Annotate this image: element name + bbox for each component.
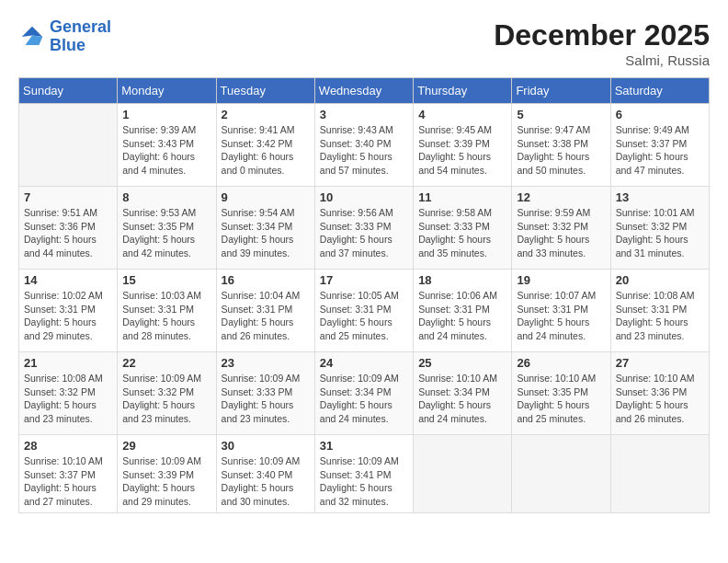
day-number: 30 bbox=[222, 439, 310, 453]
calendar-cell: 18Sunrise: 10:06 AM Sunset: 3:31 PM Dayl… bbox=[414, 270, 512, 352]
weekday-header-friday: Friday bbox=[512, 78, 610, 104]
calendar-cell: 20Sunrise: 10:08 AM Sunset: 3:31 PM Dayl… bbox=[610, 270, 709, 352]
day-number: 6 bbox=[616, 108, 704, 121]
location-label: Salmi, Russia bbox=[494, 52, 710, 68]
day-detail: Sunrise: 10:03 AM Sunset: 3:31 PM Daylig… bbox=[122, 289, 210, 343]
day-detail: Sunrise: 10:02 AM Sunset: 3:31 PM Daylig… bbox=[24, 289, 112, 343]
day-detail: Sunrise: 10:01 AM Sunset: 3:32 PM Daylig… bbox=[616, 206, 704, 260]
calendar-cell: 3Sunrise: 9:43 AM Sunset: 3:40 PM Daylig… bbox=[314, 104, 413, 187]
day-detail: Sunrise: 10:09 AM Sunset: 3:34 PM Daylig… bbox=[320, 372, 408, 426]
day-number: 5 bbox=[517, 108, 605, 121]
day-number: 7 bbox=[24, 190, 112, 204]
day-number: 18 bbox=[418, 273, 506, 287]
day-number: 19 bbox=[517, 273, 605, 287]
day-detail: Sunrise: 10:09 AM Sunset: 3:39 PM Daylig… bbox=[122, 454, 210, 509]
svg-marker-0 bbox=[22, 27, 43, 37]
day-number: 13 bbox=[616, 190, 704, 204]
weekday-header-sunday: Sunday bbox=[19, 78, 118, 104]
day-number: 11 bbox=[418, 190, 506, 204]
calendar-cell: 28Sunrise: 10:10 AM Sunset: 3:37 PM Dayl… bbox=[19, 435, 118, 513]
calendar-cell: 7Sunrise: 9:51 AM Sunset: 3:36 PM Daylig… bbox=[19, 187, 118, 270]
weekday-header-row: SundayMondayTuesdayWednesdayThursdayFrid… bbox=[19, 78, 710, 104]
day-number: 22 bbox=[122, 356, 210, 370]
week-row-4: 21Sunrise: 10:08 AM Sunset: 3:32 PM Dayl… bbox=[19, 352, 710, 435]
day-detail: Sunrise: 10:06 AM Sunset: 3:31 PM Daylig… bbox=[418, 289, 506, 343]
calendar-cell: 24Sunrise: 10:09 AM Sunset: 3:34 PM Dayl… bbox=[314, 352, 413, 435]
calendar-cell: 19Sunrise: 10:07 AM Sunset: 3:31 PM Dayl… bbox=[512, 270, 610, 352]
day-number: 16 bbox=[222, 273, 310, 287]
day-detail: Sunrise: 10:07 AM Sunset: 3:31 PM Daylig… bbox=[517, 289, 605, 343]
calendar-cell: 1Sunrise: 9:39 AM Sunset: 3:43 PM Daylig… bbox=[118, 104, 216, 187]
calendar-cell: 8Sunrise: 9:53 AM Sunset: 3:35 PM Daylig… bbox=[118, 187, 216, 270]
title-section: December 2025 Salmi, Russia bbox=[494, 18, 710, 68]
day-detail: Sunrise: 9:56 AM Sunset: 3:33 PM Dayligh… bbox=[320, 206, 408, 260]
day-number: 25 bbox=[418, 356, 506, 370]
calendar-cell bbox=[610, 435, 709, 513]
calendar-cell bbox=[19, 104, 118, 187]
calendar-cell bbox=[512, 435, 610, 513]
day-detail: Sunrise: 10:09 AM Sunset: 3:40 PM Daylig… bbox=[222, 454, 310, 509]
day-detail: Sunrise: 9:59 AM Sunset: 3:32 PM Dayligh… bbox=[517, 206, 605, 260]
weekday-header-thursday: Thursday bbox=[414, 78, 512, 104]
calendar-cell: 14Sunrise: 10:02 AM Sunset: 3:31 PM Dayl… bbox=[19, 270, 118, 352]
day-number: 3 bbox=[320, 108, 408, 121]
logo-icon bbox=[18, 23, 46, 51]
calendar-cell: 30Sunrise: 10:09 AM Sunset: 3:40 PM Dayl… bbox=[216, 435, 314, 513]
svg-marker-1 bbox=[26, 35, 43, 45]
day-detail: Sunrise: 9:41 AM Sunset: 3:42 PM Dayligh… bbox=[222, 123, 310, 178]
weekday-header-tuesday: Tuesday bbox=[216, 78, 314, 104]
day-detail: Sunrise: 10:10 AM Sunset: 3:34 PM Daylig… bbox=[418, 372, 506, 426]
calendar-cell: 31Sunrise: 10:09 AM Sunset: 3:41 PM Dayl… bbox=[314, 435, 413, 513]
day-detail: Sunrise: 10:09 AM Sunset: 3:33 PM Daylig… bbox=[222, 372, 310, 426]
calendar-table: SundayMondayTuesdayWednesdayThursdayFrid… bbox=[18, 77, 710, 513]
day-number: 23 bbox=[222, 356, 310, 370]
day-detail: Sunrise: 10:08 AM Sunset: 3:31 PM Daylig… bbox=[616, 289, 704, 343]
day-detail: Sunrise: 10:10 AM Sunset: 3:36 PM Daylig… bbox=[616, 372, 704, 426]
calendar-cell: 22Sunrise: 10:09 AM Sunset: 3:32 PM Dayl… bbox=[118, 352, 216, 435]
day-detail: Sunrise: 9:51 AM Sunset: 3:36 PM Dayligh… bbox=[24, 206, 112, 260]
week-row-1: 1Sunrise: 9:39 AM Sunset: 3:43 PM Daylig… bbox=[19, 104, 710, 187]
calendar-cell: 6Sunrise: 9:49 AM Sunset: 3:37 PM Daylig… bbox=[610, 104, 709, 187]
day-number: 4 bbox=[418, 108, 506, 121]
calendar-cell: 9Sunrise: 9:54 AM Sunset: 3:34 PM Daylig… bbox=[216, 187, 314, 270]
day-detail: Sunrise: 9:39 AM Sunset: 3:43 PM Dayligh… bbox=[122, 123, 210, 178]
week-row-5: 28Sunrise: 10:10 AM Sunset: 3:37 PM Dayl… bbox=[19, 435, 710, 513]
day-detail: Sunrise: 10:09 AM Sunset: 3:41 PM Daylig… bbox=[320, 454, 408, 509]
month-year-title: December 2025 bbox=[494, 18, 710, 52]
day-detail: Sunrise: 9:47 AM Sunset: 3:38 PM Dayligh… bbox=[517, 123, 605, 178]
logo-text-general: General bbox=[50, 17, 111, 36]
day-detail: Sunrise: 10:10 AM Sunset: 3:35 PM Daylig… bbox=[517, 372, 605, 426]
day-number: 15 bbox=[122, 273, 210, 287]
day-number: 20 bbox=[616, 273, 704, 287]
day-number: 26 bbox=[517, 356, 605, 370]
day-detail: Sunrise: 9:45 AM Sunset: 3:39 PM Dayligh… bbox=[418, 123, 506, 178]
weekday-header-saturday: Saturday bbox=[610, 78, 709, 104]
calendar-cell bbox=[414, 435, 512, 513]
day-detail: Sunrise: 9:49 AM Sunset: 3:37 PM Dayligh… bbox=[616, 123, 704, 178]
day-number: 9 bbox=[222, 190, 310, 204]
weekday-header-monday: Monday bbox=[118, 78, 216, 104]
week-row-3: 14Sunrise: 10:02 AM Sunset: 3:31 PM Dayl… bbox=[19, 270, 710, 352]
day-number: 1 bbox=[122, 108, 210, 121]
day-detail: Sunrise: 10:04 AM Sunset: 3:31 PM Daylig… bbox=[222, 289, 310, 343]
day-detail: Sunrise: 10:08 AM Sunset: 3:32 PM Daylig… bbox=[24, 372, 112, 426]
calendar-cell: 26Sunrise: 10:10 AM Sunset: 3:35 PM Dayl… bbox=[512, 352, 610, 435]
day-number: 31 bbox=[320, 439, 408, 453]
calendar-cell: 17Sunrise: 10:05 AM Sunset: 3:31 PM Dayl… bbox=[314, 270, 413, 352]
week-row-2: 7Sunrise: 9:51 AM Sunset: 3:36 PM Daylig… bbox=[19, 187, 710, 270]
day-detail: Sunrise: 10:10 AM Sunset: 3:37 PM Daylig… bbox=[24, 454, 112, 509]
calendar-cell: 12Sunrise: 9:59 AM Sunset: 3:32 PM Dayli… bbox=[512, 187, 610, 270]
calendar-cell: 21Sunrise: 10:08 AM Sunset: 3:32 PM Dayl… bbox=[19, 352, 118, 435]
day-detail: Sunrise: 10:09 AM Sunset: 3:32 PM Daylig… bbox=[122, 372, 210, 426]
calendar-cell: 11Sunrise: 9:58 AM Sunset: 3:33 PM Dayli… bbox=[414, 187, 512, 270]
calendar-cell: 4Sunrise: 9:45 AM Sunset: 3:39 PM Daylig… bbox=[414, 104, 512, 187]
logo-text-blue: Blue bbox=[50, 36, 85, 54]
day-number: 2 bbox=[222, 108, 310, 121]
calendar-cell: 23Sunrise: 10:09 AM Sunset: 3:33 PM Dayl… bbox=[216, 352, 314, 435]
day-number: 12 bbox=[517, 190, 605, 204]
day-number: 10 bbox=[320, 190, 408, 204]
day-detail: Sunrise: 9:53 AM Sunset: 3:35 PM Dayligh… bbox=[122, 206, 210, 260]
calendar-cell: 27Sunrise: 10:10 AM Sunset: 3:36 PM Dayl… bbox=[610, 352, 709, 435]
calendar-cell: 2Sunrise: 9:41 AM Sunset: 3:42 PM Daylig… bbox=[216, 104, 314, 187]
day-number: 27 bbox=[616, 356, 704, 370]
